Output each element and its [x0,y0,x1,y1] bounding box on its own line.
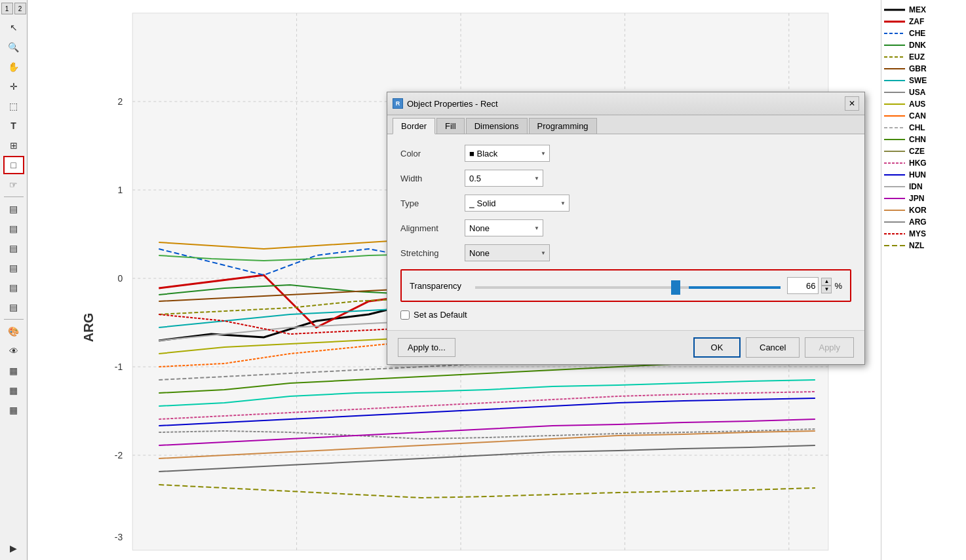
width-select[interactable]: 0.5 1 1.5 2 [465,170,543,187]
tab-border[interactable]: Border [393,118,435,134]
legend-label-hun: HUN [909,170,926,179]
legend-line-chn [884,136,905,143]
legend-line-gbr [884,65,905,73]
dialog-title-left: R Object Properties - Rect [393,98,498,109]
draw-rect-tool[interactable]: □ [3,156,24,174]
legend-label-gbr: GBR [909,64,927,73]
transparency-increment[interactable]: ▲ [821,278,832,286]
crosshair-tool[interactable]: ✛ [3,77,24,96]
transparency-label: Transparency [410,281,469,291]
dialog-title-text: Object Properties - Rect [407,99,498,109]
set-default-row: Set as Default [400,310,851,320]
table-tool-2[interactable]: ▦ [3,381,24,400]
apply-button[interactable]: Apply [805,337,854,358]
type-select-wrapper: ⎯ Solid Dashed Dotted [465,195,570,212]
legend-label-cze: CZE [909,147,925,156]
layer-tool-6[interactable]: ▤ [3,298,24,316]
legend-item-arg: ARG [884,217,963,227]
apply-to-button[interactable]: Apply to... [398,338,455,357]
text-tool[interactable]: T [3,117,24,135]
color-select[interactable]: ■ Black White Red Blue [465,145,550,162]
legend-item-zaf: ZAF [884,17,963,26]
color-label: Color [400,149,459,159]
transparency-slider[interactable] [475,286,781,289]
legend-item-mys: MYS [884,229,963,238]
transparency-decrement[interactable]: ▼ [821,286,832,293]
legend-item-can: CAN [884,111,963,121]
legend-line-dnk [884,41,905,49]
legend-line-nzl [884,242,905,250]
tab-fill[interactable]: Fill [436,118,465,134]
stretching-select[interactable]: None Horizontal Vertical Both [465,244,550,261]
legend-line-jpn [884,195,905,202]
separator-1 [4,196,24,197]
set-default-checkbox[interactable] [400,310,410,320]
legend-label-zaf: ZAF [909,17,924,26]
separator-2 [4,319,24,320]
svg-text:1: 1 [117,185,123,195]
legend-label-can: CAN [909,111,926,121]
table-tool-3[interactable]: ▦ [3,401,24,419]
legend-item-gbr: GBR [884,64,963,73]
measure-tool[interactable]: ⊞ [3,136,24,155]
layer-tool-5[interactable]: ▤ [3,278,24,297]
legend-line-mex [884,6,905,14]
legend-line-arg [884,218,905,226]
dialog-footer: Apply to... OK Cancel Apply [387,330,864,364]
tab-dimensions[interactable]: Dimensions [466,118,528,134]
cancel-button[interactable]: Cancel [746,337,800,358]
expand-tool[interactable]: ▶ [3,539,24,557]
select-tool[interactable]: ⬚ [3,97,24,115]
eye-tool[interactable]: 👁 [3,342,24,360]
svg-text:2: 2 [117,96,123,107]
alignment-row: Alignment None Left Center Right [400,219,851,236]
set-default-label: Set as Default [414,310,467,320]
palette-tool[interactable]: 🎨 [3,322,24,341]
svg-text:ARG: ARG [81,313,96,342]
legend-line-aus [884,100,905,108]
svg-text:0: 0 [117,273,123,284]
width-label: Width [400,174,459,183]
tab-1[interactable]: 1 [1,3,13,14]
stretching-row: Stretching None Horizontal Vertical Both [400,244,851,261]
layer-tool-3[interactable]: ▤ [3,239,24,257]
pan-tool[interactable]: ✋ [3,58,24,76]
legend-item-cze: CZE [884,147,963,156]
legend-line-mys [884,230,905,238]
transparency-input[interactable]: 66 [787,277,819,294]
zoom-tool[interactable]: 🔍 [3,38,24,56]
transparency-spinner: ▲ ▼ [821,278,832,293]
alignment-label: Alignment [400,223,459,233]
type-select[interactable]: ⎯ Solid Dashed Dotted [465,195,570,212]
dialog-close-button[interactable]: ✕ [845,96,859,111]
legend-item-chl: CHL [884,123,963,132]
width-select-wrapper: 0.5 1 1.5 2 [465,170,543,187]
legend-label-mex: MEX [909,5,926,14]
svg-text:-1: -1 [115,362,123,372]
tab-programming[interactable]: Programming [529,118,597,134]
svg-text:-2: -2 [115,450,123,460]
legend-item-nzl: NZL [884,241,963,250]
legend-line-chl [884,124,905,132]
ok-button[interactable]: OK [693,337,741,358]
dialog-titlebar[interactable]: R Object Properties - Rect ✕ [387,92,864,115]
legend-label-usa: USA [909,88,925,97]
hand-tool[interactable]: ☞ [3,176,24,194]
pointer-tool[interactable]: ↖ [3,18,24,37]
legend-item-usa: USA [884,88,963,97]
legend-line-idn [884,183,905,191]
legend-line-kor [884,206,905,214]
footer-right: OK Cancel Apply [693,337,854,358]
alignment-select[interactable]: None Left Center Right [465,219,543,236]
legend-label-hkg: HKG [909,159,927,168]
tab-buttons: 1 2 [1,3,26,14]
layer-tool-2[interactable]: ▤ [3,219,24,238]
width-row: Width 0.5 1 1.5 2 [400,170,851,187]
legend-label-swe: SWE [909,76,927,85]
tab-2[interactable]: 2 [14,3,26,14]
layer-tool-1[interactable]: ▤ [3,200,24,218]
table-tool-1[interactable]: ▦ [3,362,24,380]
layer-tool-4[interactable]: ▤ [3,259,24,277]
legend-item-dnk: DNK [884,41,963,50]
transparency-slider-container [475,281,781,291]
